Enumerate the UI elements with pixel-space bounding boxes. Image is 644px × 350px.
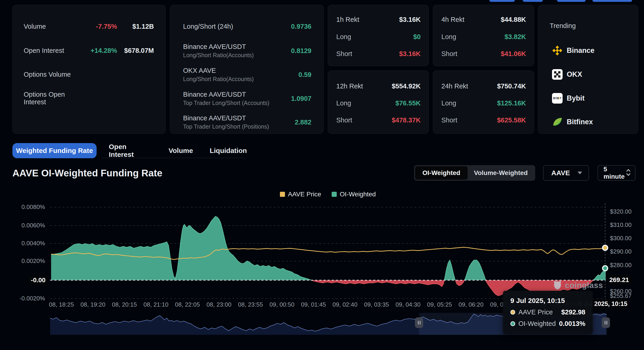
- price-zero-line-tag: 269.21: [607, 275, 631, 285]
- coinglass-watermark: coinglass: [552, 280, 603, 290]
- price-dot-icon: [510, 310, 515, 315]
- top-cropped-button-1[interactable]: [490, 0, 515, 2]
- navigator-left-handle[interactable]: [415, 317, 423, 328]
- top-cropped-button-4[interactable]: [592, 0, 632, 2]
- tooltip-time: 9 Jul 2025, 10:15: [510, 297, 585, 305]
- tooltip-row-price: AAVE Price $292.98: [510, 308, 585, 316]
- coinglass-mascot-icon: [552, 280, 562, 290]
- tooltip-row-funding: OI-Weighted 0.0013%: [510, 320, 585, 328]
- top-cropped-button-3[interactable]: [557, 0, 586, 2]
- top-cropped-button-2[interactable]: [523, 0, 543, 2]
- coinglass-dashboard: Volume -7.75% $1.12B Open Interest +14.2…: [0, 0, 644, 350]
- funding-dot-icon: [510, 321, 515, 326]
- y-axis-zero-tag: -0.00: [29, 275, 48, 285]
- chart-tooltip: 9 Jul 2025, 10:15 AAVE Price $292.98 OI-…: [503, 291, 593, 334]
- navigator-right-handle[interactable]: [602, 317, 610, 328]
